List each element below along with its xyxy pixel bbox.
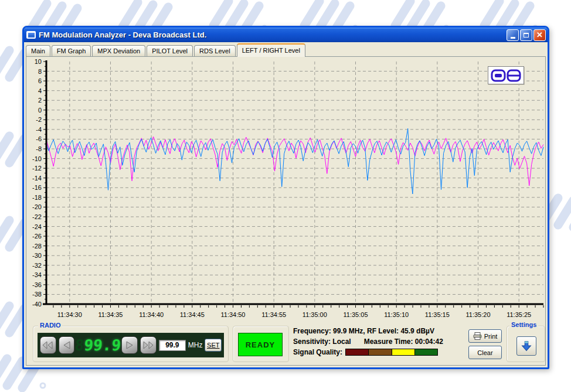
frequency-unit-label: MHz (188, 341, 203, 349)
sensitivity-status-line: Sensitivity: LocalMeasure Time: 00:04:42 (293, 336, 469, 347)
settings-group: Settings (507, 326, 545, 362)
right-arrow-icon (125, 341, 134, 349)
svg-text:-34: -34 (32, 271, 42, 278)
frequency-display-value: 99.9 (84, 336, 122, 354)
svg-text:11:35:25: 11:35:25 (507, 311, 531, 318)
svg-text:11:35:05: 11:35:05 (344, 311, 368, 318)
svg-text:-40: -40 (32, 301, 42, 308)
svg-text:-16: -16 (32, 184, 42, 191)
measure-time-value: Measure Time: 00:04:42 (364, 338, 443, 346)
frequency-display: 899.9 (76, 336, 120, 354)
tab-pilot-level[interactable]: PILOT Level (147, 45, 193, 56)
svg-text:-10: -10 (32, 155, 42, 162)
svg-text:-6: -6 (36, 135, 42, 142)
svg-text:11:34:50: 11:34:50 (220, 311, 245, 318)
svg-text:8: 8 (38, 68, 42, 75)
radio-group-label: RADIO (38, 322, 62, 329)
minimize-icon (511, 37, 515, 39)
down-arrow-icon (520, 340, 533, 353)
svg-text:-38: -38 (32, 291, 42, 298)
svg-text:-14: -14 (32, 175, 42, 182)
svg-text:-2: -2 (36, 116, 42, 123)
level-chart-area: 1086420-2-4-6-8-10-12-14-16-18-20-22-24-… (26, 59, 545, 328)
svg-text:11:34:40: 11:34:40 (139, 311, 164, 318)
sensitivity-value: Sensitivity: Local (293, 338, 351, 346)
svg-text:-22: -22 (32, 213, 42, 220)
level-chart: 1086420-2-4-6-8-10-12-14-16-18-20-22-24-… (26, 59, 546, 322)
svg-text:11:35:00: 11:35:00 (303, 311, 327, 318)
window-title: FM Modulation Analyzer - Deva Broadcast … (39, 30, 505, 39)
maximize-icon (524, 33, 529, 38)
tune-down-fast-button[interactable] (40, 336, 56, 354)
svg-text:-26: -26 (32, 233, 42, 240)
svg-text:4: 4 (38, 87, 42, 94)
settings-group-label: Settings (509, 321, 538, 328)
deva-logo-icon (491, 69, 521, 82)
double-right-arrow-icon (142, 341, 154, 349)
svg-text:0: 0 (38, 107, 42, 114)
status-block: Frequency: 99.9 MHz, RF Level: 45.9 dBµV… (293, 326, 469, 357)
print-button-label: Print (484, 333, 498, 340)
svg-text:-36: -36 (32, 281, 42, 288)
status-ready: READY (238, 333, 283, 356)
tab-fm-graph[interactable]: FM Graph (52, 45, 91, 56)
tune-down-button[interactable] (59, 336, 75, 354)
signal-quality-label: Signal Quality: (293, 348, 342, 356)
svg-text:-12: -12 (32, 165, 42, 172)
svg-text:-20: -20 (32, 203, 42, 210)
maximize-button[interactable] (520, 29, 532, 41)
frequency-status-line: Frequency: 99.9 MHz, RF Level: 45.9 dBµV (293, 326, 469, 336)
radio-panel: 899.9 MHz SET (38, 333, 224, 357)
tab-left-right-level[interactable]: LEFT / RIGHT Level (237, 43, 305, 57)
minimize-button[interactable] (507, 29, 519, 41)
print-button[interactable]: Print (468, 329, 502, 343)
tune-up-button[interactable] (121, 336, 138, 354)
signal-quality-line: Signal Quality: (293, 347, 469, 357)
close-icon: ✕ (536, 31, 543, 39)
signal-quality-segment (392, 349, 415, 355)
close-button[interactable]: ✕ (533, 29, 546, 41)
svg-text:6: 6 (38, 77, 42, 84)
svg-text:-24: -24 (32, 223, 42, 230)
svg-text:2: 2 (38, 97, 42, 104)
svg-text:-30: -30 (32, 252, 42, 259)
svg-text:10: 10 (35, 59, 42, 65)
tab-mpx-deviation[interactable]: MPX Deviation (92, 45, 145, 56)
svg-text:-8: -8 (36, 145, 42, 152)
svg-text:-28: -28 (32, 243, 42, 250)
tune-up-fast-button[interactable] (140, 336, 157, 354)
svg-text:11:35:20: 11:35:20 (466, 311, 491, 318)
signal-quality-segment (415, 349, 437, 355)
svg-text:-4: -4 (36, 126, 42, 133)
frequency-input[interactable] (159, 340, 186, 351)
svg-text:11:34:45: 11:34:45 (180, 311, 205, 318)
app-window: FM Modulation Analyzer - Deva Broadcast … (22, 26, 549, 369)
tab-main[interactable]: Main (26, 45, 50, 56)
left-arrow-icon (62, 341, 72, 349)
tab-strip: Main FM Graph MPX Deviation PILOT Level … (24, 42, 548, 56)
printer-icon (473, 332, 482, 340)
app-icon (26, 31, 36, 39)
svg-text:11:34:55: 11:34:55 (261, 311, 286, 318)
clear-button-label: Clear (477, 349, 492, 356)
tab-page-left-right-level: 1086420-2-4-6-8-10-12-14-16-18-20-22-24-… (26, 56, 546, 366)
deva-logo (488, 66, 524, 84)
svg-text:-18: -18 (32, 194, 42, 201)
ready-group: READY (233, 326, 289, 362)
signal-quality-segment (346, 349, 369, 355)
title-bar[interactable]: FM Modulation Analyzer - Deva Broadcast … (24, 28, 548, 42)
svg-text:-32: -32 (32, 262, 42, 269)
tab-rds-level[interactable]: RDS Level (194, 45, 236, 56)
svg-text:11:34:30: 11:34:30 (57, 311, 82, 318)
settings-button[interactable] (516, 336, 536, 356)
bottom-panel: RADIO 899.9 (26, 324, 545, 364)
double-left-arrow-icon (42, 341, 53, 349)
svg-text:11:35:15: 11:35:15 (425, 311, 450, 318)
svg-text:11:34:35: 11:34:35 (98, 311, 123, 318)
radio-group: RADIO 899.9 (33, 326, 229, 362)
clear-button[interactable]: Clear (468, 346, 502, 359)
set-button[interactable]: SET (205, 339, 222, 352)
signal-quality-segment (369, 349, 392, 355)
signal-quality-bar (345, 349, 438, 356)
svg-text:11:35:10: 11:35:10 (384, 311, 409, 318)
